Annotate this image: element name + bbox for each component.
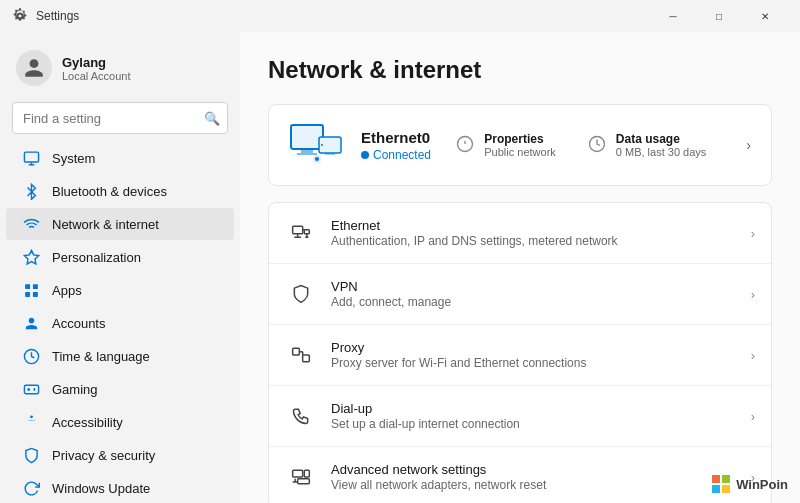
- sidebar-item-update[interactable]: Windows Update: [6, 472, 234, 503]
- update-icon: [22, 479, 40, 497]
- sidebar-item-personalization[interactable]: Personalization: [6, 241, 234, 273]
- settings-item-vpn[interactable]: VPN Add, connect, manage ›: [269, 264, 771, 325]
- sidebar-item-system[interactable]: System: [6, 142, 234, 174]
- sidebar-nav: System Bluetooth & devices Network & int…: [0, 142, 240, 503]
- watermark-text: WinPoin: [736, 477, 788, 492]
- close-button[interactable]: ✕: [742, 0, 788, 32]
- user-account: Local Account: [62, 70, 131, 82]
- vpn-icon: [285, 278, 317, 310]
- ethernet-chevron: ›: [751, 226, 755, 241]
- sidebar-item-accounts[interactable]: Accounts: [6, 307, 234, 339]
- settings-item-ethernet-title: Ethernet: [331, 218, 751, 233]
- personalization-icon: [22, 248, 40, 266]
- user-name: Gylang: [62, 55, 131, 70]
- search-box: 🔍: [12, 102, 228, 134]
- dialup-icon: [285, 400, 317, 432]
- svg-rect-39: [722, 485, 730, 493]
- minimize-button[interactable]: ─: [650, 0, 696, 32]
- properties-item: Properties Public network: [456, 132, 556, 158]
- ethernet-status: Connected: [361, 148, 456, 162]
- svg-rect-23: [304, 230, 309, 234]
- ethernet-card-icon: [289, 121, 345, 169]
- sidebar-item-apps[interactable]: Apps: [6, 274, 234, 306]
- maximize-button[interactable]: □: [696, 0, 742, 32]
- sidebar-item-privacy[interactable]: Privacy & security: [6, 439, 234, 471]
- settings-item-advanced[interactable]: Advanced network settings View all netwo…: [269, 447, 771, 503]
- vpn-chevron: ›: [751, 287, 755, 302]
- settings-item-vpn-text: VPN Add, connect, manage: [331, 279, 751, 309]
- time-icon: [22, 347, 40, 365]
- settings-item-vpn-title: VPN: [331, 279, 751, 294]
- settings-item-ethernet[interactable]: Ethernet Authentication, IP and DNS sett…: [269, 203, 771, 264]
- data-usage-label: Data usage: [616, 132, 707, 146]
- properties-value: Public network: [484, 146, 556, 158]
- svg-rect-33: [298, 479, 310, 484]
- accessibility-icon: [22, 413, 40, 431]
- sidebar-item-gaming[interactable]: Gaming: [6, 373, 234, 405]
- settings-item-dialup-text: Dial-up Set up a dial-up internet connec…: [331, 401, 751, 431]
- data-usage-icon: [588, 135, 608, 155]
- sidebar-item-gaming-label: Gaming: [52, 382, 98, 397]
- user-profile[interactable]: Gylang Local Account: [0, 40, 240, 102]
- sidebar-item-network[interactable]: Network & internet: [6, 208, 234, 240]
- ethernet-card-chevron: ›: [746, 137, 751, 153]
- svg-rect-22: [293, 226, 303, 234]
- settings-item-ethernet-text: Ethernet Authentication, IP and DNS sett…: [331, 218, 751, 248]
- sidebar-item-privacy-label: Privacy & security: [52, 448, 155, 463]
- app-container: Gylang Local Account 🔍 System: [0, 32, 800, 503]
- settings-item-dialup-desc: Set up a dial-up internet connection: [331, 417, 751, 431]
- bluetooth-icon: [22, 182, 40, 200]
- proxy-icon: [285, 339, 317, 371]
- winpoin-logo: [712, 475, 730, 493]
- svg-rect-37: [722, 475, 730, 483]
- svg-rect-0: [24, 152, 38, 162]
- svg-rect-38: [712, 485, 720, 493]
- privacy-icon: [22, 446, 40, 464]
- svg-rect-30: [303, 355, 310, 362]
- settings-item-advanced-title: Advanced network settings: [331, 462, 751, 477]
- search-icon: 🔍: [204, 111, 220, 126]
- settings-item-proxy-desc: Proxy server for Wi-Fi and Ethernet conn…: [331, 356, 751, 370]
- svg-rect-10: [291, 125, 323, 149]
- titlebar-left: Settings: [12, 8, 79, 24]
- apps-icon: [22, 281, 40, 299]
- svg-rect-29: [293, 348, 300, 355]
- settings-item-proxy-title: Proxy: [331, 340, 751, 355]
- ethernet-status-text: Connected: [373, 148, 431, 162]
- sidebar-item-time[interactable]: Time & language: [6, 340, 234, 372]
- titlebar-title: Settings: [36, 9, 79, 23]
- svg-rect-14: [325, 153, 335, 155]
- settings-item-advanced-desc: View all network adapters, network reset: [331, 478, 751, 492]
- gaming-icon: [22, 380, 40, 398]
- dialup-chevron: ›: [751, 409, 755, 424]
- status-dot: [361, 151, 369, 159]
- svg-rect-5: [25, 291, 30, 296]
- svg-rect-32: [304, 470, 309, 477]
- data-usage-info: Data usage 0 MB, last 30 days: [616, 132, 707, 158]
- titlebar-controls: ─ □ ✕: [650, 0, 788, 32]
- sidebar-item-bluetooth[interactable]: Bluetooth & devices: [6, 175, 234, 207]
- settings-item-dialup[interactable]: Dial-up Set up a dial-up internet connec…: [269, 386, 771, 447]
- sidebar-item-network-label: Network & internet: [52, 217, 159, 232]
- main-content: Network & internet: [240, 32, 800, 503]
- ethernet-card[interactable]: Ethernet0 Connected Properties Public ne…: [268, 104, 772, 186]
- user-info: Gylang Local Account: [62, 55, 131, 82]
- avatar: [16, 50, 52, 86]
- page-title: Network & internet: [268, 56, 772, 84]
- settings-item-proxy[interactable]: Proxy Proxy server for Wi-Fi and Etherne…: [269, 325, 771, 386]
- svg-point-9: [30, 415, 33, 418]
- svg-point-17: [315, 157, 319, 161]
- properties-icon: [456, 135, 476, 155]
- ethernet-icon: [285, 217, 317, 249]
- sidebar-item-accessibility[interactable]: Accessibility: [6, 406, 234, 438]
- sidebar-item-accounts-label: Accounts: [52, 316, 105, 331]
- settings-item-vpn-desc: Add, connect, manage: [331, 295, 751, 309]
- sidebar-item-bluetooth-label: Bluetooth & devices: [52, 184, 167, 199]
- watermark: WinPoin: [712, 475, 788, 493]
- settings-item-advanced-text: Advanced network settings View all netwo…: [331, 462, 751, 492]
- sidebar-item-system-label: System: [52, 151, 95, 166]
- search-input[interactable]: [12, 102, 228, 134]
- properties-label: Properties: [484, 132, 556, 146]
- ethernet-info: Ethernet0 Connected: [361, 129, 456, 162]
- settings-item-dialup-title: Dial-up: [331, 401, 751, 416]
